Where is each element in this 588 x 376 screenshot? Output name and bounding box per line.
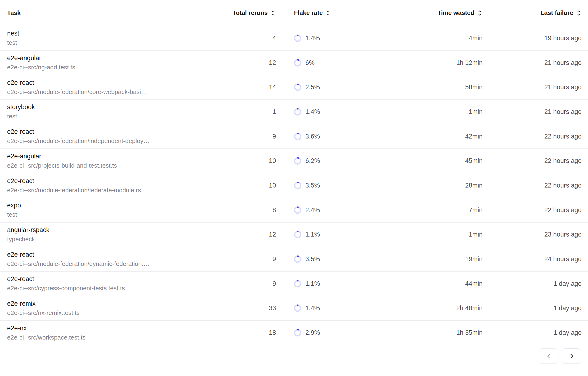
table-row[interactable]: e2e-angulare2e-ci--src/projects-build-an… [0, 149, 588, 173]
table-row[interactable]: e2e-reacte2e-ci--src/module-federation/i… [0, 124, 588, 149]
time-wasted-value: 19min [427, 255, 482, 263]
time-wasted-value: 45min [427, 157, 482, 165]
table-row[interactable]: e2e-angulare2e-ci--src/ng-add.test.ts126… [0, 51, 588, 75]
task-name: storybook [7, 104, 222, 111]
task-name: e2e-angular [7, 153, 222, 160]
task-cell: e2e-nxe2e-ci--src/workspace.test.ts [0, 325, 222, 341]
next-page-button[interactable] [562, 348, 581, 364]
table-header-row: TaskTotal rerunsFlake rateTime wastedLas… [0, 0, 588, 26]
table-row[interactable]: storybooktest11.4%1min21 hours ago [0, 100, 588, 124]
sort-icon[interactable] [576, 10, 582, 16]
task-cell: storybooktest [0, 104, 222, 120]
pagination [0, 345, 588, 376]
table-row[interactable]: e2e-reacte2e-ci--src/cypress-component-t… [0, 272, 588, 296]
table-row[interactable]: e2e-reacte2e-ci--src/module-federation/c… [0, 75, 588, 100]
task-name: expo [7, 202, 222, 209]
time-wasted-value: 1h 35min [427, 329, 482, 336]
sort-icon[interactable] [325, 10, 331, 16]
total-reruns-value: 33 [222, 304, 276, 312]
column-header-time[interactable]: Time wasted [427, 9, 482, 17]
last-failure-value: 23 hours ago [482, 231, 582, 238]
table-row[interactable]: expotest82.4%7min22 hours ago [0, 198, 588, 223]
total-reruns-value: 9 [222, 255, 276, 263]
task-name: e2e-react [7, 128, 222, 136]
sort-icon[interactable] [270, 10, 276, 16]
task-target: e2e-ci--src/module-federation/dynamic-fe… [7, 261, 222, 268]
flake-rate-cell: 6.2% [276, 157, 427, 165]
flake-rate-donut-icon [294, 329, 301, 336]
previous-page-button[interactable] [539, 348, 558, 364]
flake-rate-donut-icon [294, 84, 301, 91]
task-name: e2e-react [7, 275, 222, 283]
column-header-flake[interactable]: Flake rate [276, 9, 427, 17]
last-failure-value: 22 hours ago [482, 182, 582, 189]
flake-rate-cell: 1.1% [276, 280, 427, 287]
time-wasted-value: 44min [427, 280, 482, 287]
last-failure-value: 1 day ago [482, 280, 582, 287]
table-row[interactable]: e2e-reacte2e-ci--src/module-federation/d… [0, 247, 588, 272]
table-row[interactable]: nesttest41.4%4min19 hours ago [0, 26, 588, 51]
flake-rate-donut-icon [294, 157, 301, 165]
table-row[interactable]: e2e-remixe2e-ci--src/nx-remix.test.ts331… [0, 296, 588, 321]
flake-rate-value: 1.1% [305, 231, 320, 238]
flake-rate-cell: 1.4% [276, 35, 427, 42]
total-reruns-value: 18 [222, 329, 276, 336]
task-target: test [7, 39, 222, 46]
total-reruns-value: 12 [222, 231, 276, 238]
table-body: nesttest41.4%4min19 hours agoe2e-angular… [0, 26, 588, 345]
flake-rate-value: 2.5% [305, 84, 320, 91]
table-row[interactable]: angular-rspacktypecheck121.1%1min23 hour… [0, 223, 588, 247]
flake-rate-value: 1.1% [305, 280, 320, 287]
task-name: e2e-react [7, 251, 222, 258]
total-reruns-value: 10 [222, 182, 276, 189]
flake-rate-value: 1.4% [305, 304, 320, 312]
flake-rate-value: 3.6% [305, 133, 320, 140]
task-target: e2e-ci--src/projects-build-and-test.test… [7, 162, 222, 169]
column-header-reruns[interactable]: Total reruns [222, 9, 276, 17]
flake-rate-value: 3.5% [305, 182, 320, 189]
last-failure-value: 22 hours ago [482, 157, 582, 165]
total-reruns-value: 9 [222, 133, 276, 140]
total-reruns-value: 8 [222, 207, 276, 214]
time-wasted-value: 1min [427, 231, 482, 238]
total-reruns-value: 4 [222, 35, 276, 42]
total-reruns-value: 14 [222, 84, 276, 91]
column-header-label: Task [7, 9, 21, 17]
task-cell: e2e-reacte2e-ci--src/module-federation/d… [0, 251, 222, 268]
flake-rate-cell: 2.5% [276, 84, 427, 91]
task-cell: e2e-angulare2e-ci--src/projects-build-an… [0, 153, 222, 169]
column-header-last[interactable]: Last failure [482, 9, 582, 17]
flake-rate-value: 1.4% [305, 108, 320, 115]
column-header-label: Last failure [540, 9, 573, 17]
last-failure-value: 19 hours ago [482, 35, 582, 42]
task-target: e2e-ci--src/module-federation/independen… [7, 137, 222, 145]
sort-icon[interactable] [477, 10, 482, 16]
flake-rate-cell: 2.4% [276, 207, 427, 214]
column-header-label: Total reruns [233, 9, 268, 17]
task-cell: e2e-reacte2e-ci--src/module-federation/i… [0, 128, 222, 145]
task-target: e2e-ci--src/nx-remix.test.ts [7, 309, 222, 317]
last-failure-value: 21 hours ago [482, 108, 582, 115]
task-name: e2e-react [7, 177, 222, 185]
task-name: e2e-angular [7, 54, 222, 62]
total-reruns-value: 1 [222, 108, 276, 115]
flake-rate-cell: 3.5% [276, 255, 427, 263]
task-target: test [7, 211, 222, 218]
last-failure-value: 22 hours ago [482, 133, 582, 140]
last-failure-value: 21 hours ago [482, 84, 582, 91]
flake-rate-cell: 6% [276, 59, 427, 67]
table-row[interactable]: e2e-nxe2e-ci--src/workspace.test.ts182.9… [0, 321, 588, 345]
task-target: e2e-ci--src/module-federation/federate-m… [7, 187, 222, 194]
last-failure-value: 21 hours ago [482, 59, 582, 67]
flake-rate-donut-icon [294, 108, 301, 115]
flake-rate-cell: 2.9% [276, 329, 427, 336]
table-row[interactable]: e2e-reacte2e-ci--src/module-federation/f… [0, 173, 588, 198]
last-failure-value: 1 day ago [482, 304, 582, 312]
time-wasted-value: 4min [427, 35, 482, 42]
total-reruns-value: 10 [222, 157, 276, 165]
task-target: e2e-ci--src/module-federation/core-webpa… [7, 89, 222, 96]
column-header-task: Task [0, 9, 222, 17]
task-target: e2e-ci--src/workspace.test.ts [7, 334, 222, 341]
flake-rate-cell: 3.5% [276, 182, 427, 189]
task-name: e2e-nx [7, 325, 222, 332]
